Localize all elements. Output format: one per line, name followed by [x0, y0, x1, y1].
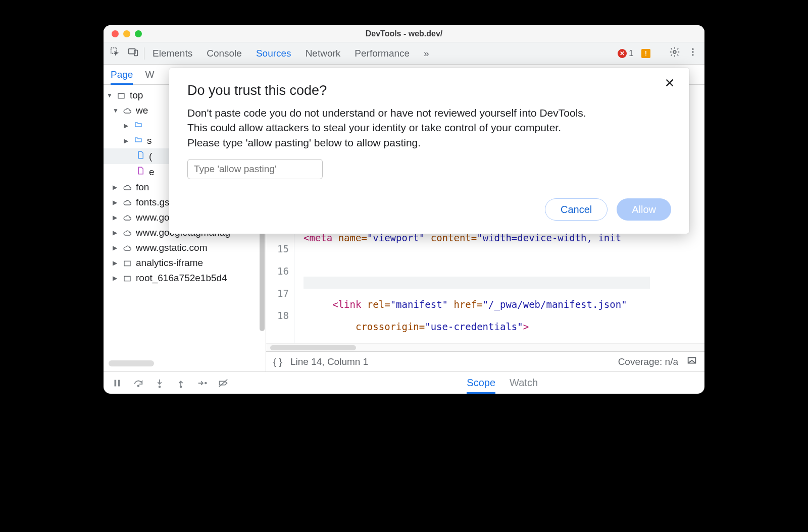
file-icon — [135, 150, 146, 162]
svg-point-14 — [159, 386, 161, 387]
svg-point-3 — [673, 50, 676, 54]
show-more-icon[interactable] — [686, 355, 697, 368]
svg-point-15 — [180, 386, 182, 387]
warnings-badge[interactable]: !1 — [641, 49, 657, 58]
debugger-right-tabs: Scope Watch — [467, 377, 538, 389]
dialog-body: Don't paste code you do not understand o… — [187, 105, 591, 150]
watch-tab[interactable]: Watch — [510, 377, 538, 389]
svg-rect-11 — [115, 380, 117, 386]
cloud-icon — [122, 229, 133, 237]
tab-elements[interactable]: Elements — [153, 48, 192, 59]
editor-hscrollbar[interactable] — [266, 343, 704, 351]
close-dialog-button[interactable] — [661, 77, 678, 91]
tree-node[interactable]: ▶ root_616a752e1b5d4 — [104, 271, 266, 286]
trust-code-dialog: Do you trust this code? Don't paste code… — [169, 68, 689, 234]
device-toolbar-icon[interactable] — [126, 46, 141, 60]
pause-icon[interactable] — [112, 378, 123, 389]
dialog-actions: Cancel Allow — [187, 198, 671, 221]
cloud-icon — [122, 214, 133, 222]
sidebar-hscrollbar[interactable] — [109, 360, 154, 366]
inspect-element-icon[interactable] — [108, 46, 123, 60]
editor-statusbar: { } Line 14, Column 1 Coverage: n/a — [266, 351, 704, 371]
errors-count: 1 — [629, 49, 633, 58]
cloud-icon — [122, 183, 133, 191]
step-out-icon[interactable] — [175, 378, 186, 389]
cloud-icon — [122, 107, 133, 115]
step-icon[interactable] — [196, 378, 208, 389]
minimize-window-button[interactable] — [123, 30, 130, 37]
file-icon — [135, 166, 146, 178]
svg-rect-8 — [124, 261, 130, 265]
svg-rect-12 — [118, 380, 120, 386]
debugger-toolbar: Scope Watch — [104, 371, 704, 394]
svg-point-16 — [205, 382, 207, 384]
step-over-icon[interactable] — [133, 378, 144, 389]
frame-icon — [122, 274, 133, 282]
pretty-print-button[interactable]: { } — [273, 356, 282, 367]
errors-badge[interactable]: ✕1 — [618, 49, 633, 58]
svg-point-6 — [692, 54, 693, 56]
devtools-window: DevTools - web.dev/ Elements Console Sou… — [104, 25, 704, 394]
navigator-tab-truncated[interactable]: W — [145, 69, 154, 80]
tab-performance[interactable]: Performance — [355, 48, 410, 59]
coverage-status: Coverage: n/a — [618, 356, 678, 367]
svg-point-13 — [138, 385, 139, 387]
svg-rect-9 — [124, 276, 130, 281]
close-window-button[interactable] — [112, 30, 119, 37]
folder-icon — [133, 135, 144, 146]
tab-network[interactable]: Network — [306, 48, 341, 59]
devtools-tabstrip: Elements Console Sources Network Perform… — [104, 42, 704, 65]
svg-point-5 — [692, 51, 693, 52]
scope-tab[interactable]: Scope — [467, 377, 495, 394]
window-controls — [104, 30, 142, 37]
panel-tabs: Elements Console Sources Network Perform… — [153, 48, 429, 59]
folder-icon — [133, 120, 144, 131]
cloud-icon — [122, 198, 133, 206]
allow-button[interactable]: Allow — [617, 198, 671, 221]
fullscreen-window-button[interactable] — [135, 30, 142, 37]
cancel-button[interactable]: Cancel — [545, 198, 608, 221]
dialog-heading: Do you trust this code? — [187, 83, 671, 98]
navigator-tab-page[interactable]: Page — [111, 69, 133, 85]
cursor-position: Line 14, Column 1 — [290, 356, 368, 367]
titlebar: DevTools - web.dev/ — [104, 25, 704, 42]
allow-pasting-input[interactable] — [187, 159, 323, 179]
svg-point-4 — [692, 48, 693, 50]
svg-rect-7 — [118, 93, 124, 98]
tab-console[interactable]: Console — [207, 48, 242, 59]
step-into-icon[interactable] — [154, 378, 165, 389]
settings-gear-icon[interactable] — [667, 46, 682, 60]
frame-icon — [122, 259, 133, 267]
tabs-overflow-button[interactable]: » — [424, 48, 429, 59]
window-title: DevTools - web.dev/ — [104, 29, 704, 38]
tree-node[interactable]: ▶ analytics-iframe — [104, 255, 266, 271]
deactivate-breakpoints-icon[interactable] — [218, 378, 229, 389]
frame-icon — [116, 91, 127, 99]
tree-node[interactable]: ▶ www.gstatic.com — [104, 240, 266, 255]
tab-sources[interactable]: Sources — [256, 48, 291, 59]
kebab-menu-icon[interactable] — [685, 46, 700, 60]
cloud-icon — [122, 244, 133, 252]
